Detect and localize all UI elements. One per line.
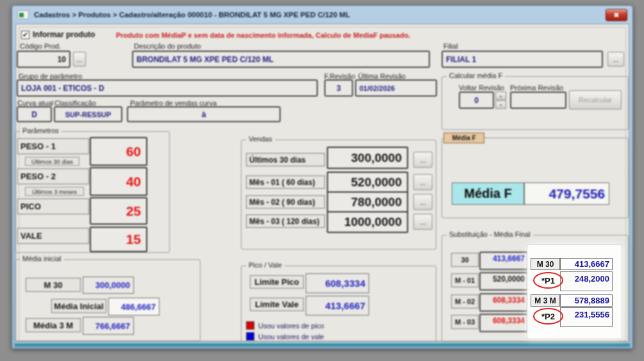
close-icon: ✖: [614, 12, 619, 19]
limite-pico-value: 608,3334: [306, 273, 369, 293]
curva-atual-field[interactable]: D: [17, 106, 52, 122]
parametros-group: Parâmetros PESO - 1 Últimos 30 dias 60 P…: [15, 131, 170, 253]
limite-vale-value: 413,6667: [306, 296, 369, 316]
vendas-mes02-field[interactable]: 780,0000: [327, 191, 408, 213]
spin-up-button[interactable]: ▲: [495, 92, 506, 100]
calcular-media-f-title: Calcular média F: [447, 72, 505, 79]
spin-up-icon: ▲: [499, 94, 502, 98]
media-f-value: 479,7556: [524, 182, 609, 205]
substituicao-title: Substituição - Média Final: [447, 230, 533, 238]
pico-value-field[interactable]: 25: [90, 197, 147, 225]
desktop: Cadastros > Produtos > Cadastro/alteraçã…: [0, 0, 644, 361]
highlight-p1-circled-label: *P1: [533, 272, 563, 289]
recalcular-button[interactable]: Recalcular: [569, 90, 622, 109]
sub-m01-value: 520,0000: [479, 272, 529, 291]
sub-30-label: 30: [451, 253, 479, 267]
limite-pico-label: Limite Pico: [250, 275, 304, 289]
app-icon-glyph: [19, 13, 24, 17]
voltar-revisao-label: Voltar Revisão: [459, 84, 504, 92]
proxima-revisao-label: Próxima Revisão: [510, 84, 563, 92]
calcular-media-f-group: Calcular média F Voltar Revisão 0 ▲ ▼ Pr…: [442, 76, 629, 130]
parametro-vendas-curva-field[interactable]: à: [127, 106, 281, 122]
codigo-prod-field[interactable]: 10: [17, 51, 70, 68]
peso1-sublabel: Últimos 30 dias: [25, 157, 79, 166]
media-f-tab: Média F: [443, 132, 484, 143]
vendas-mes03-field[interactable]: 1000,0000: [327, 211, 408, 233]
ultima-revisao-field[interactable]: 01/02/2026: [355, 79, 437, 97]
m30-label: M 30: [26, 278, 81, 292]
f-revisao-field[interactable]: 3: [324, 79, 353, 97]
vendas-mes01-browse-button[interactable]: ...: [413, 174, 433, 190]
vendas-mes02-browse-button[interactable]: ...: [413, 194, 433, 210]
sub-m03-label: M - 03: [451, 315, 479, 329]
media-inicial-label: Média Inicial: [51, 299, 106, 313]
mediap-warning-text: Produto com MédiaP e sem data de nascime…: [116, 31, 410, 39]
highlight-panel: M 30 413,6667 248,2000 *P1 M 3 M 578,888…: [527, 245, 622, 339]
media-inicial-value: 486,6667: [108, 298, 160, 316]
vale-value-field[interactable]: 15: [90, 227, 147, 252]
media-inicial-title: Média inicial: [20, 255, 64, 262]
vendas-mes02-label: Mês - 02 ( 90 dias): [246, 195, 325, 209]
vendas-mes01-label: Mês - 01 ( 60 dias): [246, 175, 325, 189]
sub-30-value: 413,6667: [479, 252, 529, 270]
highlight-m30-value: 413,6667: [560, 258, 613, 270]
window-bottom-strip: [15, 342, 630, 347]
titlebar[interactable]: Cadastros > Produtos > Cadastro/alteraçã…: [12, 6, 632, 24]
voltar-revisao-spinner: ▲ ▼: [495, 92, 506, 109]
legend-pico-swatch: [246, 321, 254, 330]
highlight-p2-circled-label: *P2: [533, 308, 563, 325]
codigo-prod-label: Código Prod.: [20, 42, 61, 50]
close-button[interactable]: ✖: [606, 9, 627, 21]
vendas-30dias-label: Últimos 30 dias: [246, 153, 325, 166]
filial-field[interactable]: FILIAL 1: [442, 51, 603, 68]
parametros-title: Parâmetros: [20, 127, 62, 134]
spin-down-icon: ▼: [499, 103, 502, 107]
pico-vale-title: Pico / Vale: [246, 261, 285, 269]
grupo-parametro-field[interactable]: LOJA 001 - ETICOS - D: [17, 79, 318, 97]
vendas-title: Vendas: [246, 135, 275, 143]
highlight-m3m-label: M 3 M: [531, 294, 560, 307]
informar-produto-checkbox[interactable]: ✔: [21, 31, 29, 39]
informar-produto-label: Informar produto: [33, 30, 95, 39]
peso1-label: PESO - 1: [17, 138, 89, 154]
filial-browse-button[interactable]: ...: [607, 52, 624, 67]
legend-vale-swatch: [246, 332, 254, 341]
peso2-label: PESO - 2: [17, 168, 89, 184]
peso1-value-field[interactable]: 60: [90, 137, 147, 166]
highlight-p2-value: 231,5556: [560, 307, 613, 327]
peso2-value-field[interactable]: 40: [90, 167, 147, 196]
filial-label: Filial: [443, 42, 458, 50]
highlight-m3m-value: 578,8889: [560, 294, 613, 307]
sub-m01-label: M - 01: [451, 273, 479, 287]
highlight-m30-label: M 30: [531, 258, 560, 270]
media-f-label: Média F: [452, 182, 524, 205]
sub-m02-value: 608,3334: [479, 293, 529, 312]
vendas-mes03-browse-button[interactable]: ...: [413, 214, 433, 230]
legend-pico-text: Usou valores de pico: [258, 322, 324, 330]
app-icon: [17, 10, 29, 19]
highlight-p1-value: 248,2000: [560, 271, 613, 291]
classificacao-field[interactable]: SUP-RESSUP: [54, 106, 122, 122]
descricao-label: Descrição do produto: [134, 42, 201, 50]
peso2-sublabel: Últimos 3 meses: [25, 187, 84, 196]
window-title: Cadastros > Produtos > Cadastro/alteraçã…: [34, 11, 350, 19]
media-f-group: Média F Média F 479,7556: [442, 138, 629, 218]
vale-label: VALE: [17, 228, 89, 244]
proxima-revisao-field[interactable]: [510, 92, 566, 109]
spin-down-button[interactable]: ▼: [495, 100, 506, 109]
legend-vale-text: Usou valores de vale: [258, 333, 324, 341]
sub-m02-label: M - 02: [451, 294, 479, 309]
codigo-prod-browse-button[interactable]: ...: [73, 52, 86, 67]
descricao-field[interactable]: BRONDILAT 5 MG XPE PED C/120 ML: [132, 51, 430, 68]
sub-m03-value: 608,3334: [479, 314, 529, 332]
vendas-group: Vendas Últimos 30 dias 300,0000 ... Mês …: [241, 140, 436, 250]
limite-vale-label: Limite Vale: [250, 298, 304, 311]
media-3m-label: Média 3 M: [26, 318, 81, 332]
voltar-revisao-field[interactable]: 0: [459, 92, 494, 109]
check-icon: ✔: [22, 31, 28, 39]
vendas-30dias-browse-button[interactable]: ...: [413, 152, 433, 168]
vendas-30dias-field[interactable]: 300,0000: [327, 147, 408, 169]
m30-value: 300,0000: [83, 277, 134, 294]
vendas-mes03-label: Mês - 03 ( 120 dias): [246, 214, 325, 228]
vendas-mes01-field[interactable]: 520,0000: [327, 172, 408, 193]
